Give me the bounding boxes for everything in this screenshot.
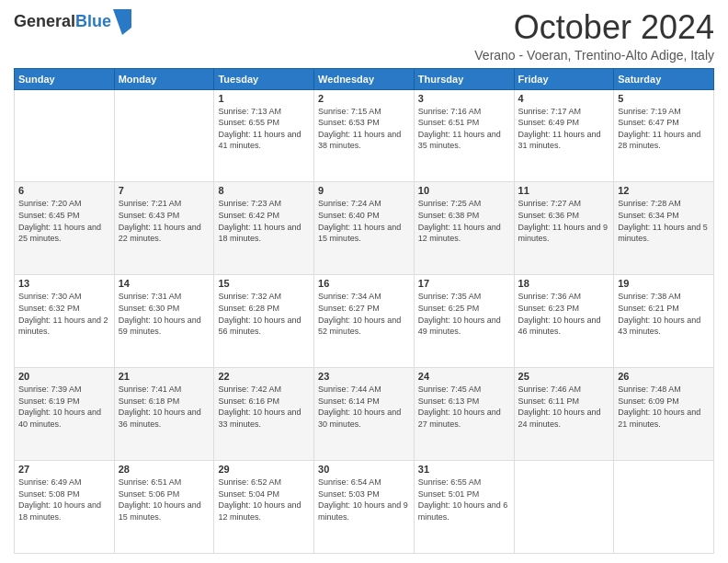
day-info: Sunrise: 7:28 AMSunset: 6:34 PMDaylight:…: [618, 198, 710, 244]
day-info: Sunrise: 7:20 AMSunset: 6:45 PMDaylight:…: [18, 198, 110, 244]
day-info: Sunrise: 6:55 AMSunset: 5:01 PMDaylight:…: [418, 477, 510, 523]
svg-marker-0: [113, 9, 131, 35]
day-number: 22: [218, 371, 310, 382]
day-info: Sunrise: 7:13 AMSunset: 6:55 PMDaylight:…: [218, 106, 310, 152]
day-number: 9: [318, 185, 410, 196]
day-info: Sunrise: 7:24 AMSunset: 6:40 PMDaylight:…: [318, 198, 410, 244]
calendar-cell: 28Sunrise: 6:51 AMSunset: 5:06 PMDayligh…: [114, 461, 214, 554]
calendar-cell: 20Sunrise: 7:39 AMSunset: 6:19 PMDayligh…: [15, 368, 115, 461]
day-number: 14: [119, 278, 210, 289]
day-info: Sunrise: 7:32 AMSunset: 6:28 PMDaylight:…: [218, 291, 310, 337]
calendar-header-row: SundayMondayTuesdayWednesdayThursdayFrid…: [15, 68, 714, 89]
day-info: Sunrise: 7:17 AMSunset: 6:49 PMDaylight:…: [518, 106, 610, 152]
calendar-cell: 18Sunrise: 7:36 AMSunset: 6:23 PMDayligh…: [514, 275, 614, 368]
calendar-cell: 21Sunrise: 7:41 AMSunset: 6:18 PMDayligh…: [114, 368, 214, 461]
week-row-4: 20Sunrise: 7:39 AMSunset: 6:19 PMDayligh…: [15, 368, 714, 461]
calendar-cell: 4Sunrise: 7:17 AMSunset: 6:49 PMDaylight…: [514, 89, 614, 182]
day-header-wednesday: Wednesday: [314, 68, 415, 89]
day-number: 26: [618, 371, 710, 382]
day-number: 19: [618, 278, 710, 289]
day-info: Sunrise: 6:49 AMSunset: 5:08 PMDaylight:…: [18, 477, 110, 523]
calendar-cell: 6Sunrise: 7:20 AMSunset: 6:45 PMDaylight…: [15, 182, 115, 275]
day-number: 27: [18, 464, 110, 475]
logo-text: GeneralBlue: [14, 13, 111, 31]
day-number: 6: [18, 185, 110, 196]
page: GeneralBlue October 2024 Verano - Voeran…: [0, 0, 728, 563]
calendar-cell: [15, 89, 115, 182]
day-info: Sunrise: 6:51 AMSunset: 5:06 PMDaylight:…: [119, 477, 210, 523]
day-info: Sunrise: 7:36 AMSunset: 6:23 PMDaylight:…: [518, 291, 610, 337]
calendar-cell: 30Sunrise: 6:54 AMSunset: 5:03 PMDayligh…: [314, 461, 415, 554]
calendar-cell: 19Sunrise: 7:38 AMSunset: 6:21 PMDayligh…: [614, 275, 714, 368]
day-info: Sunrise: 7:25 AMSunset: 6:38 PMDaylight:…: [418, 198, 510, 244]
calendar-cell: 2Sunrise: 7:15 AMSunset: 6:53 PMDaylight…: [314, 89, 415, 182]
calendar-cell: 22Sunrise: 7:42 AMSunset: 6:16 PMDayligh…: [214, 368, 314, 461]
calendar-cell: 14Sunrise: 7:31 AMSunset: 6:30 PMDayligh…: [114, 275, 214, 368]
day-info: Sunrise: 7:48 AMSunset: 6:09 PMDaylight:…: [618, 384, 710, 430]
day-number: 18: [518, 278, 610, 289]
day-number: 28: [119, 464, 210, 475]
week-row-5: 27Sunrise: 6:49 AMSunset: 5:08 PMDayligh…: [15, 461, 714, 554]
day-number: 15: [218, 278, 310, 289]
day-info: Sunrise: 7:19 AMSunset: 6:47 PMDaylight:…: [618, 106, 710, 152]
day-number: 3: [418, 93, 510, 104]
day-number: 8: [218, 185, 310, 196]
calendar-cell: 23Sunrise: 7:44 AMSunset: 6:14 PMDayligh…: [314, 368, 415, 461]
calendar-cell: 7Sunrise: 7:21 AMSunset: 6:43 PMDaylight…: [114, 182, 214, 275]
calendar-cell: 9Sunrise: 7:24 AMSunset: 6:40 PMDaylight…: [314, 182, 415, 275]
calendar-cell: 15Sunrise: 7:32 AMSunset: 6:28 PMDayligh…: [214, 275, 314, 368]
day-info: Sunrise: 7:15 AMSunset: 6:53 PMDaylight:…: [318, 106, 410, 152]
subtitle: Verano - Voeran, Trentino-Alto Adige, It…: [474, 48, 714, 63]
logo: GeneralBlue: [14, 9, 131, 35]
day-number: 5: [618, 93, 710, 104]
day-number: 30: [318, 464, 410, 475]
day-number: 2: [318, 93, 410, 104]
week-row-2: 6Sunrise: 7:20 AMSunset: 6:45 PMDaylight…: [15, 182, 714, 275]
day-number: 23: [318, 371, 410, 382]
calendar-cell: [114, 89, 214, 182]
calendar-cell: 3Sunrise: 7:16 AMSunset: 6:51 PMDaylight…: [414, 89, 514, 182]
calendar-cell: 27Sunrise: 6:49 AMSunset: 5:08 PMDayligh…: [15, 461, 115, 554]
day-number: 7: [119, 185, 210, 196]
calendar-cell: 12Sunrise: 7:28 AMSunset: 6:34 PMDayligh…: [614, 182, 714, 275]
calendar-cell: [514, 461, 614, 554]
calendar-cell: 10Sunrise: 7:25 AMSunset: 6:38 PMDayligh…: [414, 182, 514, 275]
day-info: Sunrise: 7:31 AMSunset: 6:30 PMDaylight:…: [119, 291, 210, 337]
day-number: 29: [218, 464, 310, 475]
day-header-saturday: Saturday: [614, 68, 714, 89]
calendar-cell: 24Sunrise: 7:45 AMSunset: 6:13 PMDayligh…: [414, 368, 514, 461]
day-number: 13: [18, 278, 110, 289]
day-number: 24: [418, 371, 510, 382]
day-info: Sunrise: 7:30 AMSunset: 6:32 PMDaylight:…: [18, 291, 110, 337]
day-info: Sunrise: 7:34 AMSunset: 6:27 PMDaylight:…: [318, 291, 410, 337]
week-row-3: 13Sunrise: 7:30 AMSunset: 6:32 PMDayligh…: [15, 275, 714, 368]
calendar-cell: 13Sunrise: 7:30 AMSunset: 6:32 PMDayligh…: [15, 275, 115, 368]
calendar-cell: 26Sunrise: 7:48 AMSunset: 6:09 PMDayligh…: [614, 368, 714, 461]
day-number: 1: [218, 93, 310, 104]
day-info: Sunrise: 7:38 AMSunset: 6:21 PMDaylight:…: [618, 291, 710, 337]
calendar-cell: 5Sunrise: 7:19 AMSunset: 6:47 PMDaylight…: [614, 89, 714, 182]
calendar-cell: 17Sunrise: 7:35 AMSunset: 6:25 PMDayligh…: [414, 275, 514, 368]
day-header-friday: Friday: [514, 68, 614, 89]
day-number: 20: [18, 371, 110, 382]
day-number: 21: [119, 371, 210, 382]
day-number: 10: [418, 185, 510, 196]
day-info: Sunrise: 7:35 AMSunset: 6:25 PMDaylight:…: [418, 291, 510, 337]
calendar-body: 1Sunrise: 7:13 AMSunset: 6:55 PMDaylight…: [15, 89, 714, 553]
header: GeneralBlue October 2024 Verano - Voeran…: [14, 9, 714, 63]
day-header-tuesday: Tuesday: [214, 68, 314, 89]
day-info: Sunrise: 7:21 AMSunset: 6:43 PMDaylight:…: [119, 198, 210, 244]
month-title: October 2024: [474, 9, 714, 46]
day-info: Sunrise: 7:41 AMSunset: 6:18 PMDaylight:…: [119, 384, 210, 430]
logo-icon: [113, 9, 131, 35]
calendar-cell: 1Sunrise: 7:13 AMSunset: 6:55 PMDaylight…: [214, 89, 314, 182]
calendar-cell: 29Sunrise: 6:52 AMSunset: 5:04 PMDayligh…: [214, 461, 314, 554]
day-header-sunday: Sunday: [15, 68, 115, 89]
day-header-thursday: Thursday: [414, 68, 514, 89]
day-number: 31: [418, 464, 510, 475]
day-info: Sunrise: 7:16 AMSunset: 6:51 PMDaylight:…: [418, 106, 510, 152]
day-info: Sunrise: 7:27 AMSunset: 6:36 PMDaylight:…: [518, 198, 610, 244]
day-header-monday: Monday: [114, 68, 214, 89]
day-info: Sunrise: 7:39 AMSunset: 6:19 PMDaylight:…: [18, 384, 110, 430]
day-info: Sunrise: 6:54 AMSunset: 5:03 PMDaylight:…: [318, 477, 410, 523]
